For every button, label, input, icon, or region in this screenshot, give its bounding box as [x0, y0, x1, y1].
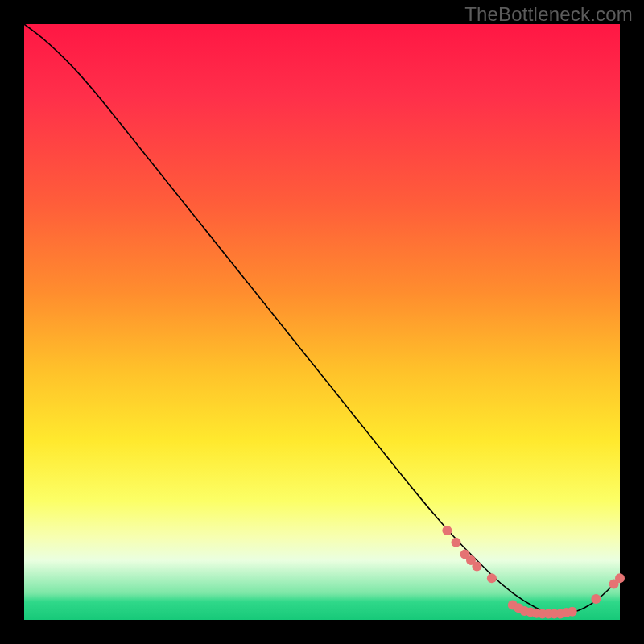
chart-svg [24, 24, 620, 620]
data-point [442, 526, 452, 535]
data-point [452, 538, 461, 547]
data-point [591, 594, 601, 604]
bottleneck-curve [24, 24, 620, 614]
data-point [472, 561, 481, 571]
data-point [568, 607, 577, 617]
watermark-label: TheBottleneck.com [464, 3, 633, 26]
chart-frame: TheBottleneck.com [0, 0, 644, 644]
data-point [487, 573, 497, 583]
data-point [615, 573, 625, 583]
data-markers [442, 526, 625, 619]
plot-area [24, 24, 620, 620]
